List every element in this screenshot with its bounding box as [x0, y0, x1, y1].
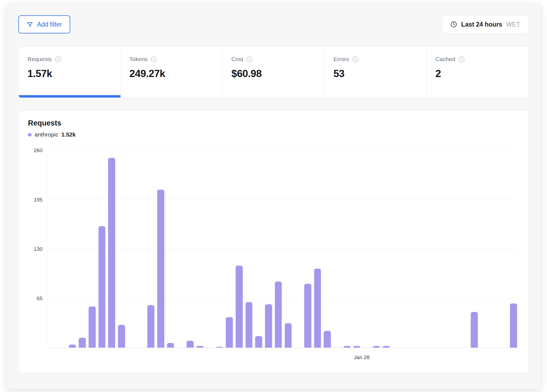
toolbar: Add filter Last 24 hours WET: [18, 15, 529, 34]
bar-slot-27: [314, 269, 321, 348]
bar-slot-24: [285, 323, 292, 348]
bar-slot-18: [226, 317, 233, 348]
bar-slot-47: [510, 303, 517, 348]
legend-total: 1.52k: [61, 131, 76, 138]
metric-value: 1.57k: [27, 68, 112, 79]
chart-legend: anthropic 1.52k: [28, 131, 519, 138]
legend-name: anthropic: [35, 131, 58, 138]
bar-slot-3: [79, 338, 86, 348]
bar-slot-34: [383, 346, 390, 348]
metric-card-cached[interactable]: Cachedi2: [426, 47, 528, 98]
clock-icon: [450, 21, 457, 28]
bar-slot-6: [108, 158, 115, 348]
bar-slot-2: [69, 345, 76, 348]
add-filter-label: Add filter: [37, 21, 62, 28]
metric-label: Cached: [435, 56, 455, 63]
metric-value: $60.98: [232, 68, 316, 79]
bar-slot-20: [246, 302, 253, 348]
bar-slot-21: [255, 336, 262, 348]
bar-slot-30: [343, 346, 351, 348]
bar-slot-19: [236, 266, 243, 348]
info-icon[interactable]: i: [151, 56, 157, 62]
time-range-label: Last 24 hours: [461, 21, 502, 28]
y-tick-label-65: 65: [24, 296, 43, 302]
bar-chart-plot: 65130195260Jan 28: [48, 150, 518, 348]
metric-value: 249.27k: [129, 68, 214, 79]
bar-slot-17: [216, 347, 223, 348]
bar-slot-10: [147, 305, 154, 348]
info-icon[interactable]: i: [353, 56, 358, 62]
bar-slot-5: [98, 226, 106, 348]
bar-slot-28: [324, 331, 331, 348]
bar-slot-4: [89, 306, 96, 348]
bar-slot-7: [118, 325, 125, 348]
bar-slot-31: [353, 346, 360, 348]
x-tick-label: Jan 28: [354, 354, 370, 360]
info-icon[interactable]: i: [247, 56, 252, 62]
metrics-row: Requestsi1.57kTokensi249.27kCosti$60.98E…: [18, 46, 529, 98]
chart-title: Requests: [28, 119, 519, 127]
metric-card-tokens[interactable]: Tokensi249.27k: [120, 47, 222, 98]
metric-label: Cost: [232, 56, 243, 63]
bar-slot-12: [167, 343, 174, 348]
bar-slot-22: [265, 304, 272, 348]
bar-slot-26: [304, 284, 311, 348]
time-range-timezone: WET: [506, 21, 520, 28]
metric-card-errors[interactable]: Errorsi53: [324, 47, 426, 98]
dashboard-panel: Add filter Last 24 hours WET Requestsi1.…: [6, 3, 541, 389]
bar-slot-15: [196, 346, 204, 348]
metric-card-requests[interactable]: Requestsi1.57k: [19, 47, 120, 98]
metric-value: 2: [435, 68, 520, 79]
info-icon[interactable]: i: [55, 56, 61, 62]
legend-dot-anthropic: [28, 133, 32, 137]
time-range-button[interactable]: Last 24 hours WET: [442, 15, 529, 34]
gridline-65: [48, 298, 518, 299]
info-icon[interactable]: i: [459, 56, 464, 62]
metric-value: 53: [333, 68, 418, 79]
bar-slot-14: [187, 341, 194, 348]
y-tick-label-195: 195: [24, 197, 43, 203]
gridline-195: [48, 200, 518, 200]
metric-label: Errors: [333, 56, 349, 63]
x-axis-line: [48, 348, 518, 348]
bar-slot-11: [157, 190, 164, 348]
bar-slot-43: [471, 312, 478, 348]
requests-chart-card: Requests anthropic 1.52k 65130195260Jan …: [18, 110, 529, 373]
y-tick-label-130: 130: [24, 246, 43, 252]
gridline-260: [48, 150, 518, 150]
filter-funnel-icon: [27, 21, 33, 28]
y-tick-label-260: 260: [24, 147, 43, 154]
metric-card-cost[interactable]: Costi$60.98: [222, 47, 325, 98]
add-filter-button[interactable]: Add filter: [18, 15, 70, 33]
bar-slot-23: [275, 282, 282, 348]
gridline-130: [48, 249, 518, 249]
metric-label: Requests: [27, 56, 52, 63]
bar-slot-33: [373, 346, 380, 348]
metric-label: Tokens: [129, 56, 148, 63]
